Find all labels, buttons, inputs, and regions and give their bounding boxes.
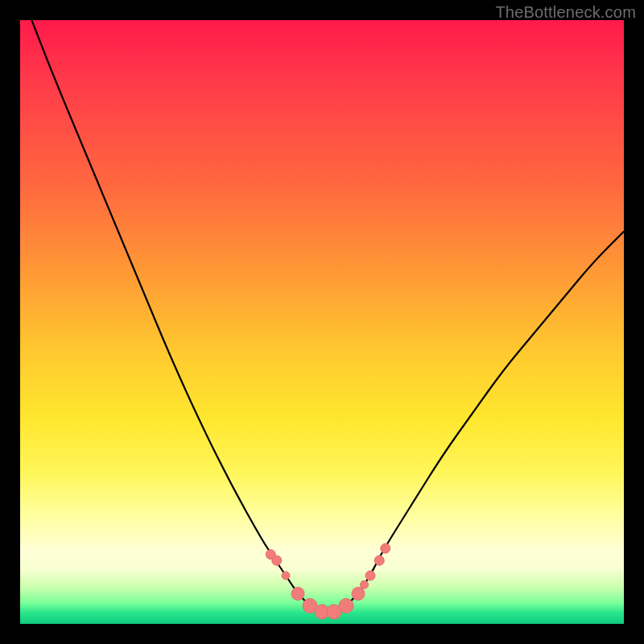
valley-marker: [282, 572, 290, 580]
curve-svg: [20, 20, 624, 624]
valley-marker: [374, 555, 384, 565]
plot-area: [20, 20, 624, 624]
valley-marker: [352, 588, 365, 601]
watermark-text: TheBottleneck.com: [495, 3, 636, 22]
valley-marker: [361, 580, 369, 588]
valley-marker: [272, 555, 282, 565]
chart-frame: TheBottleneck.com: [0, 0, 644, 644]
valley-marker: [315, 605, 329, 619]
valley-marker: [291, 588, 304, 601]
bottleneck-curve: [20, 20, 624, 612]
valley-marker: [303, 599, 317, 613]
valley-marker: [381, 543, 390, 553]
valley-markers: [266, 543, 390, 619]
valley-marker: [365, 571, 375, 580]
valley-marker: [327, 605, 341, 619]
valley-marker: [339, 599, 353, 613]
valley-marker: [266, 550, 275, 559]
